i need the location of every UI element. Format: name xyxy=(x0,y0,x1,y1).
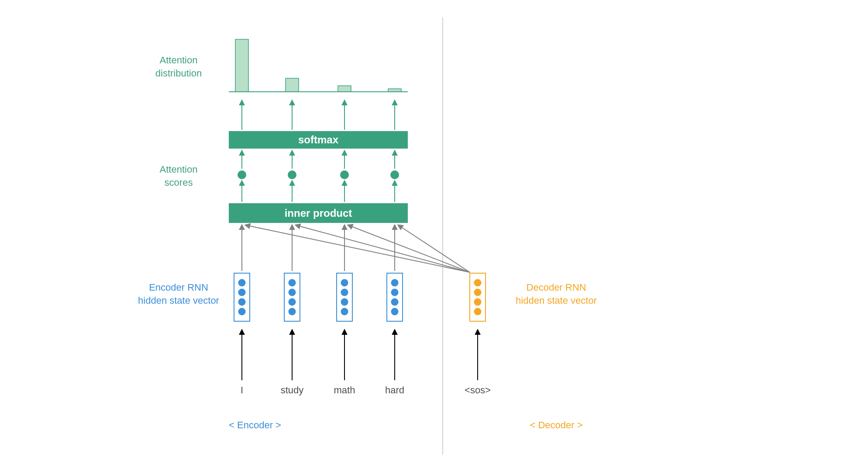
attention-score-dot xyxy=(288,170,296,179)
attention-score-dot xyxy=(340,170,349,179)
softmax-label: softmax xyxy=(298,134,339,146)
encoder-hidden-label: Encoder RNN xyxy=(149,282,208,293)
encoder-hidden-label: hidden state vector xyxy=(138,295,219,306)
hidden-state-unit xyxy=(238,308,246,316)
hidden-state-unit xyxy=(391,289,399,296)
hidden-state-unit xyxy=(238,279,246,287)
hidden-state-unit xyxy=(474,298,482,306)
attention-distribution-label: distribution xyxy=(155,68,202,79)
decoder-token-label: <sos> xyxy=(465,385,491,396)
hidden-state-unit xyxy=(238,289,246,296)
hidden-state-unit xyxy=(289,298,296,306)
hidden-state-unit xyxy=(391,279,399,287)
decoder-section-label: < Decoder > xyxy=(530,420,582,430)
hidden-state-unit xyxy=(289,308,296,316)
attention-distribution-bar xyxy=(338,86,351,92)
hidden-state-unit xyxy=(341,279,348,287)
attention-score-dot xyxy=(390,170,399,179)
encoder-token-label: I xyxy=(241,385,243,396)
hidden-state-unit xyxy=(289,279,296,287)
arrow-decoder-to-innerproduct xyxy=(245,225,470,272)
attention-scores-label: scores xyxy=(165,177,193,188)
attention-distribution-bar xyxy=(235,39,248,92)
hidden-state-unit xyxy=(391,308,399,316)
encoder-token-label: math xyxy=(334,385,355,396)
attention-distribution-label: Attention xyxy=(160,55,198,66)
arrow-decoder-to-innerproduct xyxy=(296,225,470,272)
hidden-state-unit xyxy=(341,308,348,316)
hidden-state-unit xyxy=(474,279,482,287)
decoder-hidden-label: hidden state vector xyxy=(516,295,597,306)
hidden-state-unit xyxy=(289,289,296,296)
attention-score-dot xyxy=(238,170,246,179)
attention-distribution-bar xyxy=(388,89,401,92)
inner-product-label: inner product xyxy=(285,207,352,219)
attention-scores-label: Attention xyxy=(160,164,198,175)
encoder-token-label: study xyxy=(281,385,304,396)
decoder-hidden-label: Decoder RNN xyxy=(527,282,586,293)
hidden-state-unit xyxy=(474,289,482,296)
hidden-state-unit xyxy=(341,289,348,296)
hidden-state-unit xyxy=(474,308,482,316)
attention-distribution-bar xyxy=(286,78,299,92)
encoder-section-label: < Encoder > xyxy=(229,420,281,430)
hidden-state-unit xyxy=(341,298,348,306)
hidden-state-unit xyxy=(238,298,246,306)
encoder-token-label: hard xyxy=(385,385,404,396)
hidden-state-unit xyxy=(391,298,399,306)
